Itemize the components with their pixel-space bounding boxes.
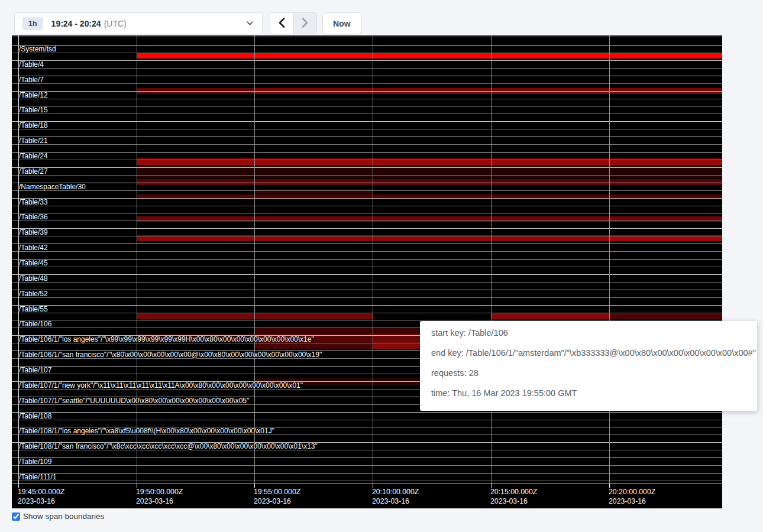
tooltip-end-key: end key: /Table/106/1/"amsterdam"/"\xb33… <box>431 349 746 358</box>
span-boundary-line <box>12 473 722 473</box>
row-label: /Table/42 <box>19 244 48 252</box>
row-label: /Table/21 <box>19 137 48 145</box>
span-boundary-line <box>12 220 722 221</box>
span-boundary-line <box>12 236 722 236</box>
row-label: /Table/39 <box>19 229 48 236</box>
row-label: /Table/106 <box>19 320 51 328</box>
time-range-text: 19:24 - 20:24 <box>51 19 101 28</box>
span-boundary-line <box>12 37 722 37</box>
row-label: /Table/108/1/"los angeles"/"\xa8\xf5\u00… <box>19 427 274 435</box>
span-boundary-line <box>12 465 722 466</box>
span-boundary-line <box>12 228 722 229</box>
tooltip-start-key: start key: /Table/106 <box>431 329 746 338</box>
row-label: /Table/7 <box>19 76 44 84</box>
span-boundary-line <box>12 251 722 252</box>
axis-tick-label: 20:10:00.000Z2023-03-16 <box>372 488 419 506</box>
row-label: /Table/45 <box>19 259 48 267</box>
span-boundary-line <box>12 282 722 283</box>
span-boundary-line <box>12 458 722 458</box>
chevron-right-icon <box>302 18 308 30</box>
axis-time: 19:55:00.000Z <box>254 488 300 497</box>
row-label: /Table/12 <box>19 92 48 99</box>
row-label: /NamespaceTable/30 <box>19 183 86 191</box>
row-label: /Table/109 <box>19 458 51 466</box>
heat-band-segment <box>137 179 722 185</box>
span-boundary-line <box>12 183 722 183</box>
show-span-boundaries-control: Show span boundaries <box>12 512 104 521</box>
span-boundary-line <box>12 420 722 420</box>
axis-tick-label: 19:50:00.000Z2023-03-16 <box>136 488 183 506</box>
show-span-boundaries-checkbox[interactable] <box>12 512 20 521</box>
row-label: /Table/36 <box>19 213 48 221</box>
span-boundary-line <box>12 198 722 199</box>
row-label: /Table/33 <box>19 199 48 206</box>
row-label: /Table/52 <box>19 290 48 298</box>
axis-time: 20:10:00.000Z <box>372 488 419 497</box>
time-range-duration-badge: 1h <box>22 17 43 30</box>
row-label: /System/tsd <box>19 46 56 53</box>
axis-tick-label: 19:45:00.000Z2023-03-16 <box>18 488 64 506</box>
axis-time: 20:20:00.000Z <box>609 488 655 497</box>
time-gridline <box>137 35 137 484</box>
tooltip-time: time: Thu, 16 Mar 2023 19:55:00 GMT <box>431 389 746 398</box>
time-gridline <box>254 35 255 484</box>
span-boundary-line <box>12 320 722 320</box>
span-boundary-line <box>12 91 722 92</box>
time-gridline <box>373 35 373 484</box>
axis-date: 2023-03-16 <box>136 497 183 507</box>
span-boundary-line <box>12 152 722 153</box>
span-boundary-line <box>12 190 722 191</box>
axis-date: 2023-03-16 <box>490 497 537 507</box>
span-boundary-line <box>12 99 722 99</box>
time-range-selector[interactable]: 1h 19:24 - 20:24 (UTC) <box>14 12 263 34</box>
heat-band-segment <box>491 313 609 319</box>
span-boundary-line <box>12 144 722 145</box>
row-label: /Table/4 <box>19 61 44 69</box>
axis-date: 2023-03-16 <box>609 497 655 507</box>
hover-tooltip: start key: /Table/106 end key: /Table/10… <box>420 321 757 411</box>
row-label: /Table/15 <box>19 106 48 114</box>
axis-time: 19:45:00.000Z <box>18 488 64 497</box>
span-boundary-line <box>12 267 722 267</box>
next-time-button[interactable] <box>293 13 317 34</box>
axis-tick-label: 20:20:00.000Z2023-03-16 <box>609 488 655 506</box>
row-label: /Table/24 <box>19 153 48 160</box>
axis-tick-label: 20:15:00.000Z2023-03-16 <box>490 488 537 506</box>
tooltip-requests: requests: 28 <box>431 369 746 378</box>
span-boundary-line <box>12 305 722 306</box>
span-boundary-line <box>12 213 722 213</box>
span-boundary-line <box>12 76 722 76</box>
span-boundary-line <box>12 175 722 176</box>
span-boundary-line <box>12 121 722 122</box>
span-boundary-line <box>12 297 722 298</box>
now-button[interactable]: Now <box>322 12 361 34</box>
axis-time: 19:50:00.000Z <box>136 488 183 497</box>
key-visualizer-page: 1h 19:24 - 20:24 (UTC) Now /System/tsd/T… <box>0 0 763 532</box>
axis-tick-label: 19:55:00.000Z2023-03-16 <box>254 488 300 506</box>
row-label: /Table/108 <box>19 413 51 420</box>
span-boundary-line <box>12 259 722 259</box>
row-label: /Table/55 <box>19 306 48 313</box>
row-label: /Table/108/1/"san francisco"/"\x8c\xcc\x… <box>19 443 318 450</box>
axis-date: 2023-03-16 <box>254 497 300 507</box>
span-boundary-line <box>12 290 722 290</box>
time-nav-group <box>270 12 317 34</box>
row-label: /Table/107 <box>19 366 51 374</box>
span-boundary-line <box>12 481 722 481</box>
time-range-zone: (UTC) <box>104 19 127 28</box>
span-boundary-line <box>12 244 722 244</box>
show-span-boundaries-label: Show span boundaries <box>23 512 104 521</box>
span-boundary-line <box>12 113 722 114</box>
span-boundary-line <box>12 412 722 413</box>
span-boundary-line <box>12 274 722 275</box>
row-label: /Table/27 <box>19 168 48 176</box>
time-gridline <box>609 35 610 484</box>
prev-time-button[interactable] <box>270 13 293 34</box>
row-label: /Table/107/1/"seattle"/"UUUUUUD\x00\x80\… <box>19 397 249 405</box>
span-boundary-line <box>12 137 722 137</box>
span-boundary-line <box>12 206 722 206</box>
span-boundary-line <box>12 45 722 46</box>
row-label: /Table/48 <box>19 275 48 283</box>
key-visualizer-canvas[interactable]: /System/tsd/Table/4/Table/7/Table/12/Tab… <box>12 35 722 508</box>
axis-date: 2023-03-16 <box>372 497 419 507</box>
